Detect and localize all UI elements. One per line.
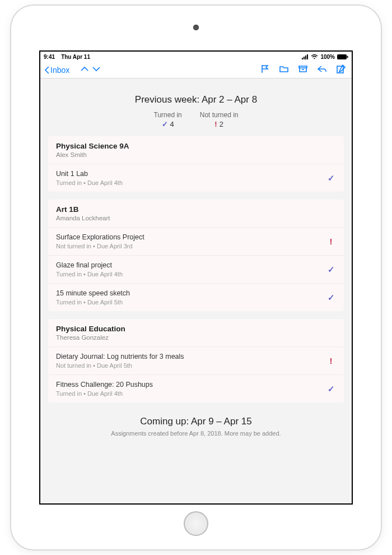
teacher-name: Theresa Gonzalez <box>56 334 336 341</box>
assignment-text: Unit 1 LabTurned in • Due April 4th <box>56 170 326 186</box>
coming-up-heading: Coming up: Apr 9 – Apr 15 <box>40 416 352 427</box>
folder-icon <box>279 64 289 74</box>
assignment-text: Dietary Journal: Log nutrients for 3 mea… <box>56 353 326 369</box>
chevron-down-icon <box>91 65 101 73</box>
status-time: 9:41 <box>44 54 55 60</box>
reply-icon <box>317 64 327 74</box>
assignment-meta: Turned in • Due April 4th <box>56 179 326 186</box>
turned-in-summary: Turned in ✓ 4 <box>154 111 182 128</box>
device-camera <box>193 25 199 30</box>
check-icon: ✓ <box>326 384 336 394</box>
assignment-text: Glaze final projectTurned in • Due April… <box>56 261 326 278</box>
back-label: Inbox <box>50 66 69 75</box>
assignment-meta: Turned in • Due April 4th <box>56 271 326 278</box>
assignment-row[interactable]: Glaze final projectTurned in • Due April… <box>48 255 344 283</box>
signal-icon <box>302 54 309 59</box>
assignment-meta: Not turned in • Due April 5th <box>56 362 326 369</box>
archive-button[interactable] <box>298 64 308 76</box>
svg-rect-5 <box>337 54 347 59</box>
svg-point-4 <box>314 58 315 59</box>
chevron-up-icon <box>80 65 90 73</box>
assignment-text: Fitness Challenge: 20 PushupsTurned in •… <box>56 381 326 397</box>
status-bar: 9:41 Thu Apr 11 100% <box>40 52 352 62</box>
class-group: Art 1BAmanda LockheartSurface Exploratio… <box>48 200 344 311</box>
move-button[interactable] <box>279 64 289 76</box>
assignment-meta: Turned in • Due April 4th <box>56 390 326 397</box>
exclamation-icon: ! <box>326 237 336 246</box>
assignment-title: Fitness Challenge: 20 Pushups <box>56 381 326 388</box>
assignment-title: Dietary Journal: Log nutrients for 3 mea… <box>56 353 326 360</box>
email-content[interactable]: Previous week: Apr 2 – Apr 8 Turned in ✓… <box>40 78 352 503</box>
assignment-title: 15 minute speed sketch <box>56 289 326 297</box>
assignment-title: Surface Explorations Project <box>56 233 326 241</box>
flag-icon <box>260 64 270 74</box>
assignment-meta: Not turned in • Due April 3rd <box>56 243 326 249</box>
assignment-title: Unit 1 Lab <box>56 170 326 178</box>
assignment-row[interactable]: Unit 1 LabTurned in • Due April 4th✓ <box>48 164 344 192</box>
reply-button[interactable] <box>317 64 327 76</box>
compose-button[interactable] <box>336 64 346 76</box>
check-icon: ✓ <box>326 293 336 303</box>
home-button[interactable] <box>184 511 208 536</box>
archive-icon <box>298 64 308 74</box>
previous-week-heading: Previous week: Apr 2 – Apr 8 <box>40 94 352 105</box>
ipad-frame: 9:41 Thu Apr 11 100% Inbo <box>11 6 381 549</box>
compose-icon <box>336 64 346 74</box>
battery-icon <box>337 54 348 59</box>
turned-in-count: 4 <box>170 120 174 128</box>
exclamation-icon: ! <box>326 356 336 366</box>
next-message-button[interactable] <box>91 65 101 75</box>
class-name: Art 1B <box>56 205 336 214</box>
screen: 9:41 Thu Apr 11 100% Inbo <box>39 50 353 505</box>
svg-rect-2 <box>305 55 306 59</box>
assignment-text: 15 minute speed sketchTurned in • Due Ap… <box>56 289 326 306</box>
assignment-row[interactable]: Dietary Journal: Log nutrients for 3 mea… <box>48 346 344 374</box>
battery-text: 100% <box>320 54 335 60</box>
class-header: Physical Science 9AAlex Smith <box>48 136 344 164</box>
assignment-row[interactable]: Fitness Challenge: 20 PushupsTurned in •… <box>48 374 344 403</box>
flag-button[interactable] <box>260 64 270 76</box>
assignment-title: Glaze final project <box>56 261 326 269</box>
class-name: Physical Science 9A <box>56 142 336 150</box>
check-icon: ✓ <box>162 120 168 128</box>
not-turned-in-label: Not turned in <box>200 111 239 119</box>
coming-up-note: Assignments created before Apr 8, 2018. … <box>40 429 352 437</box>
svg-rect-6 <box>347 55 348 58</box>
class-header: Physical EducationTheresa Gonzalez <box>48 319 344 346</box>
status-left: 9:41 Thu Apr 11 <box>44 54 90 60</box>
assignment-text: Surface Explorations ProjectNot turned i… <box>56 233 326 249</box>
assignment-meta: Turned in • Due April 5th <box>56 299 326 306</box>
svg-rect-0 <box>302 58 303 59</box>
not-turned-in-summary: Not turned in ! 2 <box>200 111 239 128</box>
class-name: Physical Education <box>56 325 336 333</box>
chevron-left-icon <box>44 66 50 75</box>
exclamation-icon: ! <box>214 120 217 128</box>
class-header: Art 1BAmanda Lockheart <box>48 200 344 227</box>
check-icon: ✓ <box>326 173 336 183</box>
app-toolbar: Inbox <box>40 62 352 78</box>
svg-rect-3 <box>307 54 308 59</box>
prev-message-button[interactable] <box>80 65 90 75</box>
back-button[interactable]: Inbox <box>44 66 69 75</box>
teacher-name: Alex Smith <box>56 151 336 158</box>
assignment-row[interactable]: 15 minute speed sketchTurned in • Due Ap… <box>48 283 344 311</box>
check-icon: ✓ <box>326 265 336 275</box>
not-turned-in-count: 2 <box>220 120 223 128</box>
teacher-name: Amanda Lockheart <box>56 215 336 221</box>
assignment-row[interactable]: Surface Explorations ProjectNot turned i… <box>48 227 344 255</box>
status-date: Thu Apr 11 <box>61 54 90 60</box>
status-right: 100% <box>302 54 348 60</box>
wifi-icon <box>311 54 318 59</box>
class-group: Physical EducationTheresa GonzalezDietar… <box>48 319 344 403</box>
svg-rect-7 <box>299 66 307 68</box>
svg-rect-1 <box>304 57 305 59</box>
turned-in-label: Turned in <box>154 111 182 119</box>
class-group: Physical Science 9AAlex SmithUnit 1 LabT… <box>48 136 344 192</box>
summary-row: Turned in ✓ 4 Not turned in ! 2 <box>40 111 352 128</box>
